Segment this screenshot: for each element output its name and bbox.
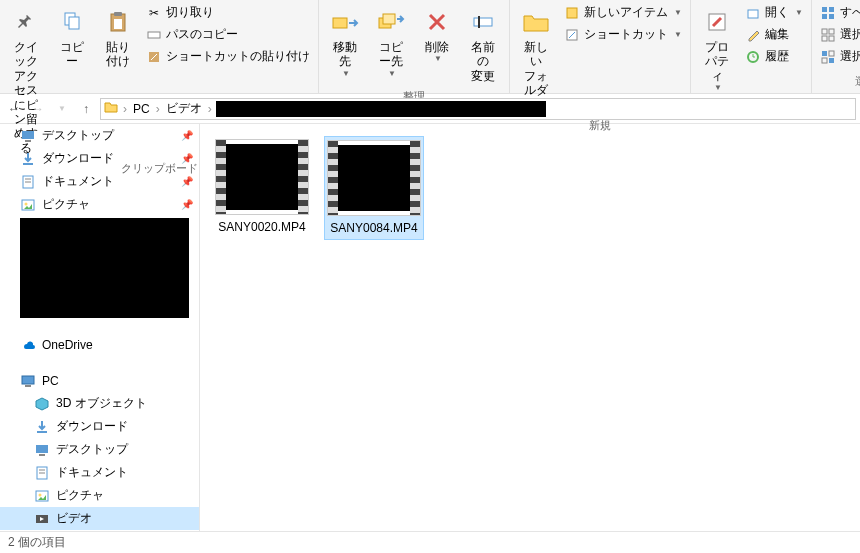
copy-icon — [56, 6, 88, 38]
nav-item-desktop[interactable]: デスクトップ — [0, 438, 199, 461]
history-button[interactable]: 履歴 — [741, 46, 807, 67]
nav-item-download[interactable]: ダウンロード📌 — [0, 147, 199, 170]
svg-rect-41 — [39, 454, 45, 456]
file-item[interactable]: SANY0084.MP4 — [324, 136, 424, 240]
nav-recent-button[interactable]: ▼ — [52, 99, 72, 119]
item-count: 2 個の項目 — [8, 534, 66, 551]
nav-back-button[interactable]: ← — [4, 99, 24, 119]
copy-path-button[interactable]: パスのコピー — [142, 24, 314, 45]
nav-item-label: 3D オブジェクト — [56, 395, 147, 412]
shortcut-icon — [564, 27, 580, 43]
pictures-icon — [20, 197, 36, 213]
svg-rect-28 — [829, 58, 834, 63]
download-icon — [34, 419, 50, 435]
svg-rect-39 — [37, 431, 47, 433]
chevron-down-icon: ▼ — [434, 54, 442, 63]
nav-item-label: ピクチャ — [56, 487, 104, 504]
video-thumbnail — [216, 140, 308, 214]
nav-forward-button[interactable]: → — [28, 99, 48, 119]
chevron-down-icon: ▼ — [674, 8, 682, 17]
3d-icon — [34, 396, 50, 412]
copy-button[interactable]: コピー — [50, 2, 94, 73]
breadcrumb-videos[interactable]: ビデオ — [164, 100, 204, 117]
ribbon-group-clipboard: クイック アクセス にピン留めする コピー 貼り付け ✂切り取り パスのコピー … — [0, 0, 319, 93]
nav-item-pictures[interactable]: ピクチャ📌 — [0, 193, 199, 216]
breadcrumb-pc[interactable]: PC — [131, 102, 152, 116]
cut-button[interactable]: ✂切り取り — [142, 2, 314, 23]
redacted-path — [216, 101, 546, 117]
nav-pc[interactable]: PC — [0, 370, 199, 392]
open-button[interactable]: 開く▼ — [741, 2, 807, 23]
path-icon — [146, 27, 162, 43]
svg-rect-25 — [822, 51, 827, 56]
svg-point-36 — [25, 202, 28, 205]
nav-item-document[interactable]: ドキュメント — [0, 461, 199, 484]
svg-rect-4 — [114, 19, 122, 29]
select-none-button[interactable]: 選択解除 — [816, 24, 860, 45]
pin-icon: 📌 — [181, 176, 193, 187]
ribbon-group-organize: 移動先▼ コピー先▼ 削除▼ 名前の 変更 整理 — [319, 0, 510, 93]
pc-icon — [20, 373, 36, 389]
paste-shortcut-button[interactable]: ショートカットの貼り付け — [142, 46, 314, 67]
move-to-button[interactable]: 移動先▼ — [323, 2, 367, 82]
edit-icon — [745, 27, 761, 43]
file-item[interactable]: SANY0020.MP4 — [212, 136, 312, 238]
properties-icon — [701, 6, 733, 38]
edit-button[interactable]: 編集 — [741, 24, 807, 45]
svg-rect-7 — [333, 18, 347, 28]
nav-item-label: デスクトップ — [56, 441, 128, 458]
svg-rect-37 — [22, 376, 34, 384]
rename-button[interactable]: 名前の 変更 — [461, 2, 505, 87]
scissors-icon: ✂ — [146, 5, 162, 21]
delete-button[interactable]: 削除▼ — [415, 2, 459, 67]
file-name: SANY0084.MP4 — [330, 221, 417, 235]
nav-item-label: ビデオ — [56, 510, 92, 527]
nav-item-desktop[interactable]: デスクトップ📌 — [0, 124, 199, 147]
history-icon — [745, 49, 761, 65]
svg-rect-38 — [25, 385, 31, 387]
nav-item-label: ピクチャ — [42, 196, 90, 213]
nav-item-label: ドキュメント — [56, 464, 128, 481]
new-item-icon — [564, 5, 580, 21]
video-thumbnail — [328, 141, 420, 215]
pin-icon: 📌 — [181, 199, 193, 210]
nav-item-video[interactable]: ビデオ — [0, 507, 199, 530]
svg-rect-26 — [829, 51, 834, 56]
nav-onedrive[interactable]: OneDrive — [0, 334, 199, 356]
pictures-icon — [34, 488, 50, 504]
select-none-icon — [820, 27, 836, 43]
copy-to-button[interactable]: コピー先▼ — [369, 2, 413, 82]
nav-item-label: ダウンロード — [56, 418, 128, 435]
invert-selection-button[interactable]: 選択の切り替 — [816, 46, 860, 67]
nav-up-button[interactable]: ↑ — [76, 99, 96, 119]
document-icon — [34, 465, 50, 481]
select-all-button[interactable]: すべて選択 — [816, 2, 860, 23]
new-item-button[interactable]: 新しいアイテム▼ — [560, 2, 686, 23]
open-icon — [745, 5, 761, 21]
svg-rect-19 — [822, 14, 827, 19]
navigation-pane[interactable]: デスクトップ📌ダウンロード📌ドキュメント📌ピクチャ📌 OneDrive PC 3… — [0, 124, 200, 531]
svg-rect-22 — [829, 29, 834, 34]
new-shortcut-button[interactable]: ショートカット▼ — [560, 24, 686, 45]
chevron-down-icon: ▼ — [674, 30, 682, 39]
nav-item-3d[interactable]: 3D オブジェクト — [0, 392, 199, 415]
nav-item-pictures[interactable]: ピクチャ — [0, 484, 199, 507]
delete-icon — [421, 6, 453, 38]
breadcrumb-separator: › — [156, 102, 160, 116]
nav-item-download[interactable]: ダウンロード — [0, 415, 199, 438]
address-field[interactable]: › PC › ビデオ › — [100, 98, 856, 120]
svg-point-46 — [39, 493, 42, 496]
svg-rect-20 — [829, 14, 834, 19]
document-icon — [20, 174, 36, 190]
ribbon-group-new: 新しい フォルダー 新しいアイテム▼ ショートカット▼ 新規 — [510, 0, 691, 93]
properties-button[interactable]: プロパティ▼ — [695, 2, 739, 96]
desktop-icon — [20, 128, 36, 144]
nav-item-document[interactable]: ドキュメント📌 — [0, 170, 199, 193]
breadcrumb-separator: › — [123, 102, 127, 116]
rename-icon — [467, 6, 499, 38]
onedrive-icon — [20, 337, 36, 353]
paste-button[interactable]: 貼り付け — [96, 2, 140, 73]
svg-rect-24 — [829, 36, 834, 41]
file-list[interactable]: SANY0020.MP4 SANY0084.MP4 — [200, 124, 860, 531]
svg-rect-17 — [822, 7, 827, 12]
